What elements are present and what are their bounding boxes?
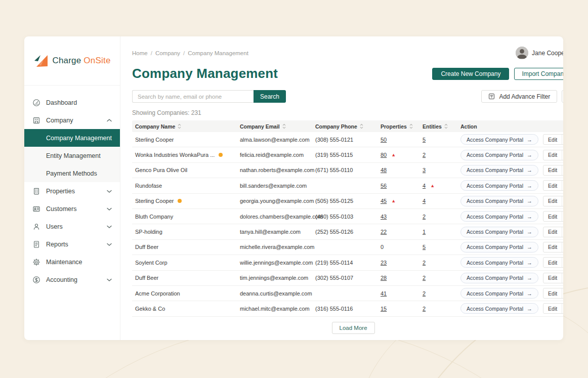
edit-button[interactable]: Edit xyxy=(543,181,562,190)
access-company-portal-button[interactable]: Access Company Portal → xyxy=(460,134,538,145)
edit-button[interactable]: Edit xyxy=(543,227,562,237)
column-header-company-phone[interactable]: Company Phone xyxy=(315,123,381,130)
access-company-portal-button[interactable]: Access Company Portal → xyxy=(460,303,538,314)
more-options-icon[interactable]: ⋮ xyxy=(562,227,563,237)
edit-button[interactable]: Edit xyxy=(543,165,562,175)
access-company-portal-button[interactable]: Access Company Portal → xyxy=(460,288,538,299)
access-company-portal-button[interactable]: Access Company Portal → xyxy=(460,196,538,206)
edit-button-group: Edit ⋮ xyxy=(543,242,563,253)
sidebar-item-reports[interactable]: Reports xyxy=(24,235,120,253)
more-options-icon[interactable]: ⋮ xyxy=(562,212,563,221)
sidebar-subitem-company-management[interactable]: Company Management xyxy=(24,129,120,147)
access-company-portal-button[interactable]: Access Company Portal → xyxy=(460,273,538,283)
entities-count[interactable]: 5 xyxy=(423,244,426,250)
sidebar-item-dashboard[interactable]: Dashboard xyxy=(24,94,120,111)
properties-count[interactable]: 56 xyxy=(381,183,387,189)
access-company-portal-button[interactable]: Access Company Portal → xyxy=(460,227,538,237)
access-company-portal-button[interactable]: Access Company Portal → xyxy=(460,211,538,222)
properties-count[interactable]: 0 xyxy=(381,244,384,250)
properties-count[interactable]: 15 xyxy=(381,306,387,312)
more-options-icon[interactable]: ⋮ xyxy=(562,196,563,206)
edit-button-group: Edit ⋮ xyxy=(543,211,563,222)
sidebar-item-company[interactable]: Company xyxy=(24,111,120,129)
sidebar-subitem-payment-methods[interactable]: Payment Methods xyxy=(24,164,120,182)
import-company-button[interactable]: Import Company xyxy=(514,68,563,80)
entities-count[interactable]: 2 xyxy=(423,290,426,297)
properties-count[interactable]: 48 xyxy=(381,167,387,173)
more-options-icon[interactable]: ⋮ xyxy=(562,273,563,283)
edit-button[interactable]: Edit xyxy=(543,150,562,160)
properties-count[interactable]: 80 xyxy=(381,152,387,158)
entities-count[interactable]: 3 xyxy=(423,167,426,173)
company-name: SP-holding xyxy=(135,229,162,235)
sort-icon[interactable] xyxy=(360,123,363,129)
breadcrumb-item[interactable]: Company xyxy=(155,50,180,56)
edit-button[interactable]: Edit xyxy=(543,196,562,206)
column-header-entities[interactable]: Entities xyxy=(423,123,460,130)
user-menu[interactable]: Jane Cooper ⌄ xyxy=(516,47,563,59)
more-options-icon[interactable]: ⋮ xyxy=(562,304,563,313)
search-input[interactable] xyxy=(132,90,254,103)
company-name: Acme Corporation xyxy=(135,290,180,297)
access-company-portal-button[interactable]: Access Company Portal → xyxy=(460,150,538,160)
sidebar-subitem-entity-management[interactable]: Entity Management xyxy=(24,147,120,164)
entities-count[interactable]: 2 xyxy=(423,152,426,158)
access-company-portal-button[interactable]: Access Company Portal → xyxy=(460,257,538,268)
edit-button[interactable]: Edit xyxy=(543,212,562,221)
sidebar-item-customers[interactable]: Customers xyxy=(24,200,120,218)
column-header-company-email[interactable]: Company Email xyxy=(240,123,315,130)
sidebar-item-properties[interactable]: Properties xyxy=(24,182,120,200)
edit-button[interactable]: Edit xyxy=(543,288,562,298)
column-header-properties[interactable]: Properties xyxy=(381,123,423,130)
access-company-portal-button[interactable]: Access Company Portal → xyxy=(460,165,538,176)
sidebar-item-users[interactable]: Users xyxy=(24,218,120,235)
entities-count[interactable]: 1 xyxy=(423,229,426,235)
properties-count[interactable]: 28 xyxy=(381,275,387,281)
entities-count[interactable]: 2 xyxy=(423,214,426,220)
brand-logo[interactable]: Charge OnSite xyxy=(24,36,120,86)
properties-count[interactable]: 23 xyxy=(381,260,387,266)
sort-icon[interactable] xyxy=(282,123,286,129)
entities-count[interactable]: 2 xyxy=(423,260,426,266)
search-button[interactable]: Search xyxy=(254,90,286,103)
properties-count[interactable]: 50 xyxy=(381,137,387,143)
access-company-portal-button[interactable]: Access Company Portal → xyxy=(460,242,538,253)
create-new-company-button[interactable]: Create New Company xyxy=(432,68,509,80)
more-options-icon[interactable]: ⋮ xyxy=(562,258,563,267)
more-options-icon[interactable]: ⋮ xyxy=(562,181,563,190)
properties-count[interactable]: 43 xyxy=(381,214,387,220)
table-settings-button[interactable]: ⚙ xyxy=(562,90,563,103)
edit-button[interactable]: Edit xyxy=(543,304,562,313)
add-advance-filter-button[interactable]: Add Advance Filter xyxy=(481,90,557,103)
edit-button[interactable]: Edit xyxy=(543,135,562,144)
more-options-icon[interactable]: ⋮ xyxy=(562,135,563,144)
arrow-right-icon: → xyxy=(527,275,532,281)
more-options-icon[interactable]: ⋮ xyxy=(562,165,563,175)
more-options-icon[interactable]: ⋮ xyxy=(562,242,563,252)
properties-count[interactable]: 41 xyxy=(381,290,387,297)
entities-count[interactable]: 2 xyxy=(423,306,426,312)
entities-count[interactable]: 2 xyxy=(423,275,426,281)
access-company-portal-button[interactable]: Access Company Portal → xyxy=(460,180,538,191)
sort-icon[interactable] xyxy=(444,123,448,129)
sort-icon[interactable] xyxy=(178,123,181,129)
edit-button[interactable]: Edit xyxy=(543,273,562,283)
more-options-icon[interactable]: ⋮ xyxy=(562,150,563,160)
company-phone: (505) 555-0125 xyxy=(315,198,381,204)
properties-count[interactable]: 45 xyxy=(381,198,387,204)
column-header-company-name[interactable]: Company Name xyxy=(132,123,240,130)
edit-button-group: Edit ⋮ xyxy=(543,134,563,145)
entities-count[interactable]: 4 xyxy=(423,183,426,189)
load-more-button[interactable]: Load More xyxy=(332,322,375,334)
edit-button[interactable]: Edit xyxy=(543,242,562,252)
sidebar-item-accounting[interactable]: Accounting xyxy=(24,271,120,288)
breadcrumb-item[interactable]: Home xyxy=(132,50,148,56)
more-options-icon[interactable]: ⋮ xyxy=(562,288,563,298)
entities-count[interactable]: 4 xyxy=(423,198,426,204)
column-header-action[interactable]: Action xyxy=(460,123,563,130)
sidebar-item-maintenance[interactable]: Maintenance xyxy=(24,253,120,271)
properties-count[interactable]: 22 xyxy=(381,229,387,235)
edit-button[interactable]: Edit xyxy=(543,258,562,267)
sort-icon[interactable] xyxy=(409,123,413,129)
entities-count[interactable]: 5 xyxy=(423,137,426,143)
